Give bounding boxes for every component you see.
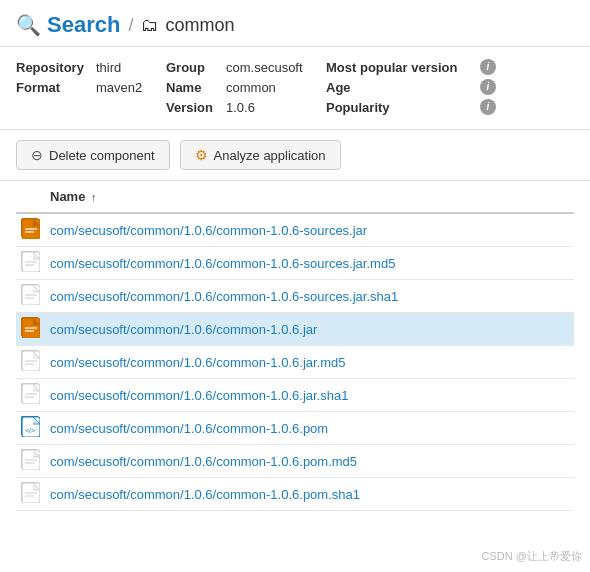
name-value: common: [226, 80, 326, 95]
file-name-cell[interactable]: com/secusoft/common/1.0.6/common-1.0.6-s…: [44, 213, 574, 247]
delete-component-button[interactable]: ⊖ Delete component: [16, 140, 170, 170]
jar-file-icon: [21, 218, 39, 238]
generic-file-icon: [21, 383, 39, 403]
table-row[interactable]: com/secusoft/common/1.0.6/common-1.0.6.j…: [16, 346, 574, 379]
file-icon-cell: [16, 213, 44, 247]
table-row[interactable]: </>com/secusoft/common/1.0.6/common-1.0.…: [16, 412, 574, 445]
file-name-cell[interactable]: com/secusoft/common/1.0.6/common-1.0.6.p…: [44, 412, 574, 445]
file-name-cell[interactable]: com/secusoft/common/1.0.6/common-1.0.6.j…: [44, 379, 574, 412]
repository-value: third: [96, 60, 166, 75]
actions-section: ⊖ Delete component ⚙ Analyze application: [0, 130, 590, 181]
table-row[interactable]: com/secusoft/common/1.0.6/common-1.0.6.j…: [16, 379, 574, 412]
sort-arrow-icon: ↑: [91, 191, 97, 203]
page-title: Search: [47, 12, 120, 38]
file-icon-cell: </>: [16, 412, 44, 445]
file-name-cell[interactable]: com/secusoft/common/1.0.6/common-1.0.6.p…: [44, 478, 574, 511]
generic-file-icon: [21, 482, 39, 502]
repository-label: Repository: [16, 60, 96, 75]
file-table: Name ↑ com/secusoft/common/1.0.6/common-…: [16, 181, 574, 511]
table-header-row: Name ↑: [16, 181, 574, 213]
name-label: Name: [166, 80, 226, 95]
group-value: com.secusoft: [226, 60, 326, 75]
file-icon-cell: [16, 247, 44, 280]
file-name-cell[interactable]: com/secusoft/common/1.0.6/common-1.0.6.j…: [44, 313, 574, 346]
name-col-label: Name: [50, 189, 85, 204]
header: 🔍 Search / 🗂 common: [0, 0, 590, 47]
version-label: Version: [166, 100, 226, 115]
table-row[interactable]: com/secusoft/common/1.0.6/common-1.0.6-s…: [16, 247, 574, 280]
file-icon-cell: [16, 346, 44, 379]
popularity-label: Popularity: [326, 100, 476, 115]
folder-icon: 🗂: [141, 15, 159, 36]
file-icon-cell: [16, 280, 44, 313]
file-icon-cell: [16, 478, 44, 511]
breadcrumb-separator: /: [128, 15, 133, 36]
popularity-info-icon[interactable]: i: [480, 99, 496, 115]
file-name-cell[interactable]: com/secusoft/common/1.0.6/common-1.0.6-s…: [44, 247, 574, 280]
group-label: Group: [166, 60, 226, 75]
analyze-icon: ⚙: [195, 147, 208, 163]
delete-button-label: Delete component: [49, 148, 155, 163]
file-name-cell[interactable]: com/secusoft/common/1.0.6/common-1.0.6-s…: [44, 280, 574, 313]
jar-file-icon: [21, 317, 39, 337]
most-popular-version-label: Most popular version: [326, 60, 476, 75]
generic-file-icon: [21, 251, 39, 271]
generic-file-icon: [21, 449, 39, 469]
file-table-section: Name ↑ com/secusoft/common/1.0.6/common-…: [0, 181, 590, 511]
breadcrumb-name: common: [165, 15, 234, 36]
generic-file-icon: [21, 350, 39, 370]
format-label: Format: [16, 80, 96, 95]
file-name-cell[interactable]: com/secusoft/common/1.0.6/common-1.0.6.j…: [44, 346, 574, 379]
file-table-body: com/secusoft/common/1.0.6/common-1.0.6-s…: [16, 213, 574, 511]
search-icon: 🔍: [16, 13, 41, 37]
meta-section: Repository third Group com.secusoft Most…: [0, 47, 590, 130]
file-icon-cell: [16, 445, 44, 478]
version-value: 1.0.6: [226, 100, 326, 115]
meta-row-2: Format maven2 Name common Age i: [16, 79, 574, 95]
icon-col-header: [16, 181, 44, 213]
generic-file-icon: [21, 284, 39, 304]
table-row[interactable]: com/secusoft/common/1.0.6/common-1.0.6.p…: [16, 445, 574, 478]
pom-file-icon: </>: [21, 416, 39, 436]
age-label: Age: [326, 80, 476, 95]
most-popular-version-info-icon[interactable]: i: [480, 59, 496, 75]
meta-row-1: Repository third Group com.secusoft Most…: [16, 59, 574, 75]
watermark: CSDN @让上帝爱你: [482, 549, 582, 564]
file-icon-cell: [16, 313, 44, 346]
name-col-header[interactable]: Name ↑: [44, 181, 574, 213]
age-info-icon[interactable]: i: [480, 79, 496, 95]
format-value: maven2: [96, 80, 166, 95]
meta-row-3: Version 1.0.6 Popularity i: [16, 99, 574, 115]
file-icon-cell: [16, 379, 44, 412]
table-row[interactable]: com/secusoft/common/1.0.6/common-1.0.6.p…: [16, 478, 574, 511]
file-name-cell[interactable]: com/secusoft/common/1.0.6/common-1.0.6.p…: [44, 445, 574, 478]
analyze-button-label: Analyze application: [214, 148, 326, 163]
table-row[interactable]: com/secusoft/common/1.0.6/common-1.0.6-s…: [16, 213, 574, 247]
svg-text:</>: </>: [25, 427, 35, 434]
analyze-application-button[interactable]: ⚙ Analyze application: [180, 140, 341, 170]
table-row[interactable]: com/secusoft/common/1.0.6/common-1.0.6-s…: [16, 280, 574, 313]
delete-icon: ⊖: [31, 147, 43, 163]
table-row[interactable]: com/secusoft/common/1.0.6/common-1.0.6.j…: [16, 313, 574, 346]
